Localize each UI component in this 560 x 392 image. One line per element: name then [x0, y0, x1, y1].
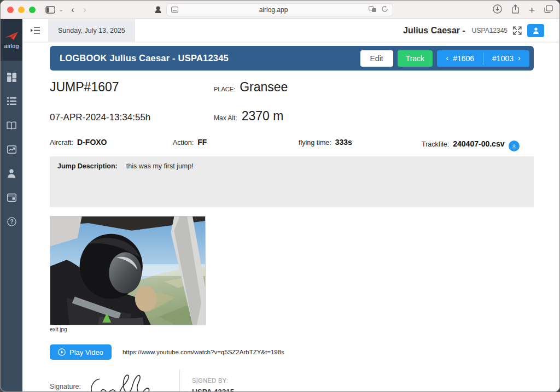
browser-window: ⌄ ‹ › airlog.app [0, 0, 560, 392]
dashboard-icon [7, 73, 16, 82]
jump-description-text: this was my first jump! [126, 162, 194, 170]
play-video-button[interactable]: Play Video [50, 344, 112, 360]
trackfile-value: 240407-00.csv [453, 139, 504, 148]
tab-overview-icon[interactable] [544, 5, 553, 15]
account-button[interactable] [527, 24, 544, 37]
browser-toolbar: ⌄ ‹ › airlog.app [1, 1, 559, 19]
sidebar-item-help[interactable]: ? [1, 216, 22, 227]
address-bar[interactable]: airlog.app [166, 3, 393, 16]
sidebar-item-equipment[interactable] [1, 192, 22, 203]
aircraft-value: D-FOXO [77, 138, 107, 147]
address-text: airlog.app [178, 6, 369, 14]
sidebar-item-logbook[interactable] [1, 120, 22, 131]
aircraft-label: Aircraft: [50, 139, 73, 147]
logbook-header: LOGBOOK Julius Caesar - USPA12345 Edit T… [50, 46, 534, 71]
signature-image [86, 372, 156, 391]
paper-plane-icon [4, 31, 19, 41]
downloads-icon[interactable] [493, 4, 502, 16]
trackfile-download-button[interactable] [509, 141, 520, 151]
extension-icon[interactable] [154, 5, 162, 16]
play-icon [58, 348, 66, 356]
book-icon [7, 121, 16, 130]
close-window-button[interactable] [7, 7, 14, 13]
browser-sidebar-icon[interactable] [45, 6, 55, 14]
signature-label: Signature: [50, 383, 81, 390]
signed-by-label: SIGNED BY: [192, 377, 234, 384]
jump-number: JUMP#1607 [50, 80, 214, 95]
sidebar-item-dashboard[interactable] [1, 72, 22, 83]
sidebar-item-jump-list[interactable] [1, 96, 22, 107]
help-icon: ? [7, 217, 16, 226]
signature-divider [179, 370, 180, 391]
place-label: PLACE: [214, 86, 235, 92]
max-alt-value: 2370 m [242, 109, 284, 124]
jump-description-box: Jump Description: this was my first jump… [50, 156, 534, 207]
jump-photo[interactable] [50, 216, 206, 325]
page-settings-icon[interactable] [171, 5, 178, 15]
track-button[interactable]: Track [398, 50, 433, 67]
flying-time-label: flying time: [299, 139, 331, 147]
action-label: Action: [173, 139, 194, 147]
window-icon [7, 194, 16, 202]
place-value: Gransee [240, 80, 288, 95]
chevron-left-icon: ‹ [446, 54, 448, 62]
chevron-right-icon: › [518, 54, 521, 62]
jump-description-label: Jump Description: [57, 162, 118, 170]
action-value: FF [197, 138, 207, 147]
signed-by-value: USPA 43215 [192, 388, 234, 391]
new-tab-icon[interactable]: + [529, 5, 535, 15]
user-name: Julius Caesar - [403, 26, 465, 36]
zoom-window-button[interactable] [29, 7, 36, 13]
user-icon [7, 169, 16, 178]
app-topbar: Sunday, July 13, 2025 Julius Caesar - US… [22, 19, 559, 42]
svg-text:?: ? [10, 219, 13, 225]
edit-button[interactable]: Edit [360, 50, 393, 67]
user-id: USPA12345 [472, 27, 508, 34]
back-button[interactable]: ‹ [71, 4, 74, 15]
window-controls [7, 7, 36, 13]
translate-icon[interactable] [369, 5, 377, 15]
flying-time-value: 333s [335, 138, 352, 147]
logo-text: airlog [4, 43, 19, 49]
airlog-logo[interactable]: airlog [1, 19, 22, 61]
logbook-title: LOGBOOK Julius Caesar - USPA12345 [60, 53, 360, 63]
jump-datetime: 07-APR-2024-13:34:55h [50, 112, 214, 123]
forward-button: › [83, 4, 86, 15]
account-icon [533, 27, 539, 34]
minimize-window-button[interactable] [18, 7, 25, 13]
sidebar-item-statistics[interactable] [1, 144, 22, 155]
max-alt-label: Max Alt: [214, 114, 237, 122]
refresh-icon[interactable] [381, 5, 388, 15]
play-video-label: Play Video [69, 348, 103, 356]
list-icon [7, 97, 16, 105]
current-date[interactable]: Sunday, July 13, 2025 [48, 19, 135, 42]
photo-caption: exit.jpg [50, 326, 206, 332]
trackfile-label: Trackfile: [422, 141, 449, 148]
fullscreen-icon[interactable] [513, 26, 522, 35]
download-icon [512, 143, 516, 149]
app-sidebar: airlog [1, 19, 22, 391]
share-icon[interactable] [511, 4, 520, 16]
menu-toggle-icon[interactable] [28, 24, 43, 37]
prev-jump-button[interactable]: ‹ #1606 [437, 50, 483, 67]
prev-jump-label: #1606 [453, 54, 474, 63]
video-url: https://www.youtube.com/watch?v=q5SZ2Arb… [122, 349, 284, 355]
next-jump-button[interactable]: #1003 › [483, 50, 529, 67]
next-jump-label: #1003 [492, 54, 514, 63]
sidebar-chevron-icon[interactable]: ⌄ [59, 6, 63, 13]
chart-icon [7, 145, 16, 154]
jump-nav-group: ‹ #1606 #1003 › [437, 50, 529, 67]
sidebar-item-profile[interactable] [1, 168, 22, 179]
